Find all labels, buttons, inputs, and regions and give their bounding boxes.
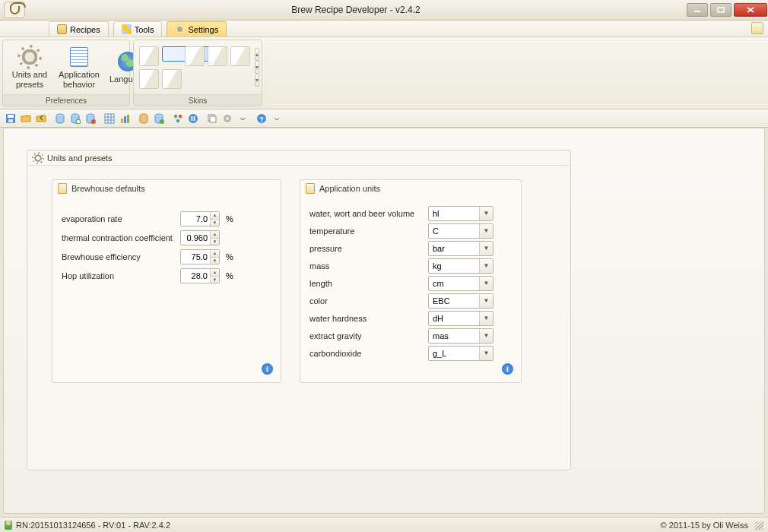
hop-input[interactable]	[181, 269, 210, 283]
settings-gear-icon[interactable]	[220, 112, 234, 126]
spin-down[interactable]: ▼	[211, 238, 219, 245]
svg-rect-1	[718, 8, 724, 12]
chevron-down-icon[interactable]: ▼	[479, 259, 493, 273]
chevron-down-icon[interactable]: ▼	[479, 294, 493, 308]
select-value: C	[429, 226, 479, 236]
svg-rect-11	[121, 119, 123, 123]
svg-text:?: ?	[259, 116, 264, 123]
skin-swatch[interactable]	[139, 69, 159, 89]
units-presets-button[interactable]: Units and presets	[6, 43, 53, 92]
copy-icon[interactable]	[205, 112, 219, 126]
hardness-select[interactable]: dH▼	[428, 311, 493, 326]
skin-swatch[interactable]	[162, 69, 182, 89]
select-value: kg	[429, 261, 479, 271]
hop-spinner[interactable]: ▲▼	[180, 268, 220, 283]
info-icon[interactable]	[502, 363, 513, 375]
ribbon-pin-button[interactable]	[751, 22, 763, 34]
chevron-down-icon[interactable]: ▼	[479, 242, 493, 255]
chevron-down-icon[interactable]: ▼	[479, 207, 493, 220]
maximize-button[interactable]	[710, 3, 732, 17]
spin-up[interactable]: ▲	[211, 231, 219, 238]
unit: %	[226, 214, 233, 223]
color-select[interactable]: EBC▼	[428, 293, 493, 309]
chevron-down-icon[interactable]: ▼	[479, 312, 493, 325]
gallery-up-button[interactable]: ▴	[255, 48, 259, 61]
spin-up[interactable]: ▲	[211, 269, 219, 276]
spin-down[interactable]: ▼	[211, 219, 219, 226]
tab-tools[interactable]: Tools	[113, 21, 163, 36]
resize-grip[interactable]	[754, 521, 763, 530]
chevron-down-icon[interactable]: ▼	[479, 277, 493, 290]
application-behavior-button[interactable]: Application behavior	[53, 43, 105, 92]
spin-up[interactable]: ▲	[211, 250, 219, 257]
volume-select[interactable]: hl▼	[428, 206, 493, 221]
database-orange-icon[interactable]	[136, 112, 151, 126]
database-green-icon[interactable]	[151, 112, 166, 126]
chevron-down-icon[interactable]: ▼	[479, 224, 493, 238]
skin-swatch[interactable]	[208, 46, 227, 66]
database-delete-icon[interactable]	[83, 112, 97, 126]
application-units-group: Application units water, wort and beer v…	[300, 179, 522, 383]
save-icon[interactable]	[3, 112, 17, 126]
close-button[interactable]	[734, 3, 767, 17]
label-length: length	[309, 279, 428, 288]
import-icon[interactable]	[33, 112, 48, 126]
gallery-down-button[interactable]: ▾	[255, 61, 259, 74]
tab-label: Tools	[135, 25, 154, 34]
evaporation-spinner[interactable]: ▲▼	[180, 211, 220, 226]
length-select[interactable]: cm▼	[428, 276, 493, 291]
mass-select[interactable]: kg▼	[428, 258, 493, 274]
spin-down[interactable]: ▼	[211, 257, 219, 264]
label-co2: carbondioxide	[309, 349, 428, 358]
group-title: Brewhouse defaults	[71, 184, 145, 193]
gear-icon	[20, 47, 40, 67]
svg-rect-4	[8, 119, 13, 122]
label-volume: water, wort and beer volume	[309, 209, 428, 218]
wrench-icon	[122, 24, 132, 34]
spin-down[interactable]: ▼	[211, 276, 219, 283]
svg-point-26	[226, 117, 229, 120]
svg-rect-24	[210, 116, 216, 122]
efficiency-input[interactable]	[181, 250, 210, 264]
open-icon[interactable]	[18, 112, 33, 126]
contraction-input[interactable]	[181, 231, 210, 245]
label-contraction: thermal contraction coefficient	[62, 233, 180, 242]
unit: %	[226, 271, 233, 280]
help-icon[interactable]: ?	[254, 112, 268, 126]
evaporation-input[interactable]	[181, 212, 210, 226]
database-refresh-icon[interactable]	[68, 112, 82, 126]
gallery-more-button[interactable]: ▾	[255, 74, 259, 87]
chevron-down-icon[interactable]: ▼	[479, 329, 493, 343]
skin-swatch[interactable]	[185, 46, 205, 66]
tab-recipes[interactable]: Recipes	[49, 21, 109, 36]
sheet-icon	[58, 183, 67, 194]
ribbon-group-preferences: Units and presets Application behavior L…	[2, 40, 130, 106]
minimize-button[interactable]	[687, 3, 708, 17]
tab-settings[interactable]: Settings	[167, 21, 227, 36]
ribbon-group-skins: ▴ ▾ ▾ Skins	[133, 40, 262, 106]
svg-point-7	[76, 119, 81, 124]
copyright-text: © 2011-15 by Oli Weiss	[660, 521, 748, 530]
info-icon[interactable]	[262, 363, 273, 375]
skin-swatch[interactable]	[139, 46, 159, 66]
spin-up[interactable]: ▲	[211, 212, 219, 219]
gravity-select[interactable]: mas▼	[428, 328, 493, 344]
efficiency-spinner[interactable]: ▲▼	[180, 249, 220, 264]
skin-swatch[interactable]	[230, 46, 250, 66]
nodes-icon[interactable]	[170, 112, 185, 126]
database-icon[interactable]	[52, 112, 67, 126]
pause-icon[interactable]	[186, 112, 200, 126]
table-icon[interactable]	[102, 112, 116, 126]
pressure-select[interactable]: bar▼	[428, 241, 493, 256]
select-value: bar	[429, 244, 479, 253]
temperature-select[interactable]: C▼	[428, 223, 493, 239]
contraction-spinner[interactable]: ▲▼	[180, 230, 220, 245]
co2-select[interactable]: g_L▼	[428, 346, 493, 361]
dropdown-icon[interactable]	[235, 112, 249, 126]
chevron-down-icon[interactable]: ▼	[479, 347, 493, 360]
label-pressure: pressure	[309, 244, 428, 253]
select-value: cm	[429, 279, 479, 288]
help-dropdown-icon[interactable]	[269, 112, 284, 126]
chart-icon[interactable]	[117, 112, 132, 126]
list-icon	[70, 47, 88, 67]
